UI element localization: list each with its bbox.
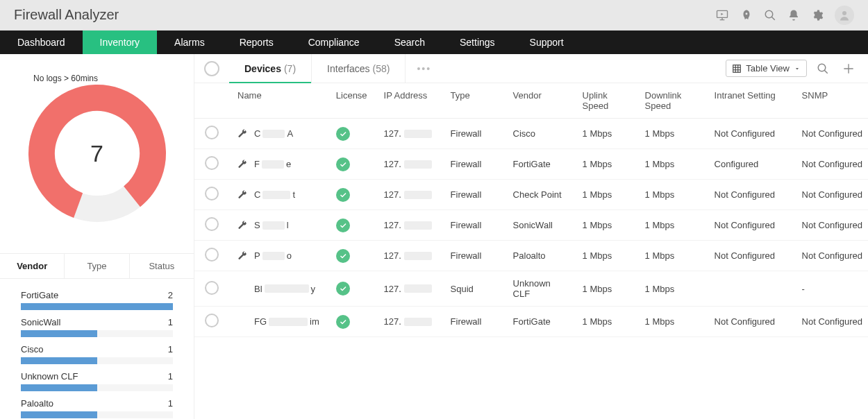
topbar: Firewall Analyzer xyxy=(0,0,868,31)
col-header[interactable]: SNMP xyxy=(794,83,868,119)
device-name: FGim xyxy=(254,316,319,327)
vendor-row[interactable]: SonicWall1 xyxy=(21,317,173,337)
nav-settings[interactable]: Settings xyxy=(442,31,512,54)
nav-compliance[interactable]: Compliance xyxy=(291,31,377,54)
col-header[interactable]: Uplink Speed xyxy=(574,83,637,119)
vendor-row[interactable]: Cisco1 xyxy=(21,344,173,364)
wrench-icon[interactable] xyxy=(237,221,247,230)
cell-up: 1 Mbps xyxy=(574,149,637,180)
row-select[interactable] xyxy=(194,307,229,337)
cell-up: 1 Mbps xyxy=(574,307,637,337)
table-row[interactable]: Po127.FirewallPaloalto1 Mbps1 MbpsNot Co… xyxy=(194,241,868,271)
table-row[interactable]: Fe127.FirewallFortiGate1 Mbps1 MbpsConfi… xyxy=(194,149,868,180)
navbar: DashboardInventoryAlarmsReportsComplianc… xyxy=(0,31,868,54)
add-icon[interactable] xyxy=(839,59,858,78)
cell-license xyxy=(328,210,376,241)
col-header[interactable]: IP Address xyxy=(376,83,442,119)
row-select[interactable] xyxy=(194,149,229,180)
device-name: Sl xyxy=(254,220,289,230)
sidebar-tab-vendor[interactable]: Vendor xyxy=(0,254,65,278)
row-select[interactable] xyxy=(194,180,229,210)
cell-snmp: Not Configured xyxy=(794,119,868,149)
table-row[interactable]: Ct127.FirewallCheck Point1 Mbps1 MbpsNot… xyxy=(194,180,868,210)
vendor-bar xyxy=(21,357,97,364)
bell-icon[interactable] xyxy=(787,9,800,22)
col-header[interactable]: License xyxy=(328,83,376,119)
cell-up: 1 Mbps xyxy=(574,210,637,241)
vendor-row[interactable]: FortiGate2 xyxy=(21,290,173,310)
cell-ip: 127. xyxy=(376,210,442,241)
col-select xyxy=(194,83,229,119)
tab-count: (58) xyxy=(373,63,390,74)
wrench-icon[interactable] xyxy=(237,160,247,169)
vendor-row[interactable]: Paloalto1 xyxy=(21,398,173,418)
device-name: Ct xyxy=(254,189,295,200)
wrench-icon[interactable] xyxy=(237,129,247,139)
check-icon xyxy=(336,219,350,232)
nav-reports[interactable]: Reports xyxy=(222,31,291,54)
cell-snmp: Not Configured xyxy=(794,180,868,210)
avatar[interactable] xyxy=(835,6,854,25)
donut-value: 7 xyxy=(90,140,103,167)
vendor-name: Unknown CLF xyxy=(21,371,78,382)
vendor-bar xyxy=(21,330,97,337)
vendor-row[interactable]: Unknown CLF1 xyxy=(21,371,173,391)
cell-down: 1 Mbps xyxy=(637,307,706,337)
donut-chart: No logs > 60mins 7 xyxy=(0,54,194,253)
cell-ip: 127. xyxy=(376,180,442,210)
sidebar-tab-type[interactable]: Type xyxy=(65,254,129,278)
col-header[interactable]: Type xyxy=(442,83,505,119)
wrench-icon[interactable] xyxy=(237,190,247,200)
cell-intranet: Not Configured xyxy=(706,241,794,271)
rocket-icon[interactable] xyxy=(740,9,753,22)
cell-name: Ct xyxy=(229,180,328,210)
row-select[interactable] xyxy=(194,119,229,149)
vendor-count: 1 xyxy=(168,344,173,354)
cell-intranet: Not Configured xyxy=(706,119,794,149)
nav-search[interactable]: Search xyxy=(377,31,442,54)
row-select[interactable] xyxy=(194,210,229,241)
view-mode-button[interactable]: Table View xyxy=(726,60,807,77)
table-row[interactable]: Sl127.FirewallSonicWall1 Mbps1 MbpsNot C… xyxy=(194,210,868,241)
presentation-icon[interactable] xyxy=(715,8,729,22)
main-tabs: Devices (7)Interfaces (58) ••• Table Vie… xyxy=(194,54,868,83)
tab-devices[interactable]: Devices (7) xyxy=(229,54,312,83)
nav-alarms[interactable]: Alarms xyxy=(157,31,222,54)
search-icon[interactable] xyxy=(764,9,776,22)
cell-snmp: Not Configured xyxy=(794,307,868,337)
table-wrap: NameLicenseIP AddressTypeVendorUplink Sp… xyxy=(194,83,868,419)
cell-name: FGim xyxy=(229,307,328,337)
vendor-bar xyxy=(21,384,97,391)
nav-support[interactable]: Support xyxy=(512,31,581,54)
cell-intranet: Not Configured xyxy=(706,307,794,337)
vendor-name: Cisco xyxy=(21,344,44,354)
svg-point-1 xyxy=(765,10,773,18)
more-tabs-icon[interactable]: ••• xyxy=(406,54,442,83)
col-header[interactable]: Intranet Setting xyxy=(706,83,794,119)
gear-icon[interactable] xyxy=(811,9,824,22)
cell-license xyxy=(328,119,376,149)
cell-name: CA xyxy=(229,119,328,149)
col-header[interactable]: Downlink Speed xyxy=(637,83,706,119)
col-header[interactable]: Vendor xyxy=(505,83,574,119)
cell-vendor: Check Point xyxy=(505,180,574,210)
sidebar-tab-status[interactable]: Status xyxy=(130,254,194,278)
nav-inventory[interactable]: Inventory xyxy=(83,31,158,54)
table-row[interactable]: FGim127.FirewallFortiGate1 Mbps1 MbpsNot… xyxy=(194,307,868,337)
cell-intranet xyxy=(706,271,794,307)
table-search-icon[interactable] xyxy=(814,60,832,78)
row-select[interactable] xyxy=(194,241,229,271)
cell-snmp: - xyxy=(794,271,868,307)
row-select[interactable] xyxy=(194,271,229,307)
col-header[interactable]: Name xyxy=(229,83,328,119)
table-row[interactable]: Bly127.SquidUnknown CLF1 Mbps1 Mbps- xyxy=(194,271,868,307)
wrench-icon[interactable] xyxy=(237,251,247,261)
cell-ip: 127. xyxy=(376,149,442,180)
cell-intranet: Configured xyxy=(706,149,794,180)
chevron-down-icon xyxy=(794,65,801,72)
nav-dashboard[interactable]: Dashboard xyxy=(0,31,83,54)
select-all-header[interactable] xyxy=(194,54,229,83)
table-row[interactable]: CA127.FirewallCisco1 Mbps1 MbpsNot Confi… xyxy=(194,119,868,149)
cell-name: Bly xyxy=(229,271,328,307)
tab-interfaces[interactable]: Interfaces (58) xyxy=(312,54,406,83)
